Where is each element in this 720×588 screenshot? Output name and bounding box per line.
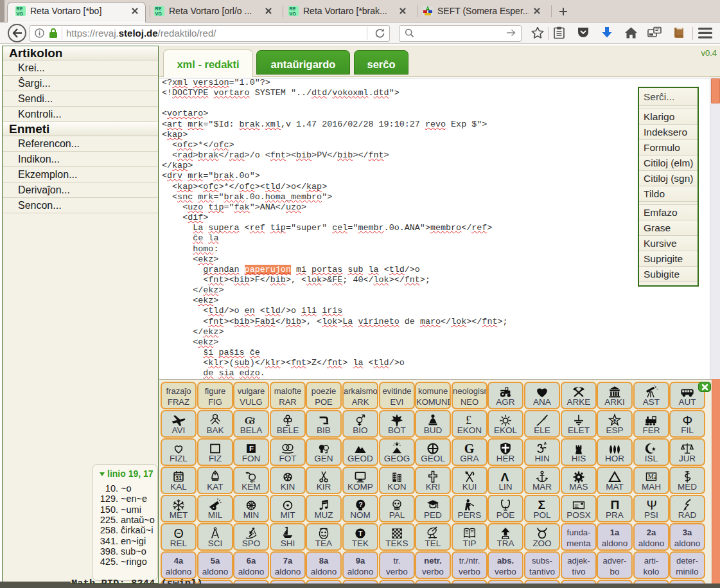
svg-text:F: F (249, 445, 254, 452)
svg-text:T: T (358, 530, 363, 537)
svg-text:E: E (613, 418, 617, 423)
svg-text:31: 31 (175, 475, 182, 481)
svg-text:VO: VO (290, 11, 297, 17)
svg-text:Ma: Ma (648, 473, 657, 480)
svg-text:Π: Π (611, 498, 620, 512)
svg-text:VO: VO (17, 11, 24, 17)
svg-text:?: ? (358, 501, 362, 508)
svg-text:£: £ (466, 414, 471, 427)
svg-text:Σ: Σ (538, 498, 546, 512)
svg-text:VO: VO (155, 11, 162, 17)
